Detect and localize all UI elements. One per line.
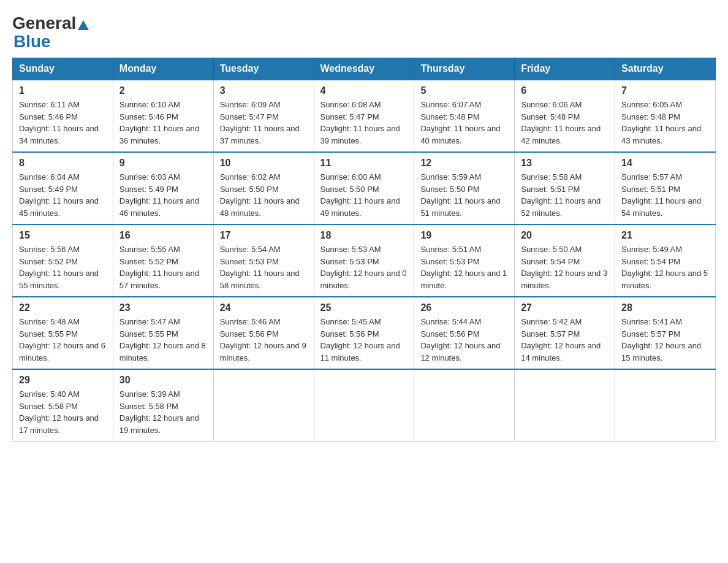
day-number: 12 [420, 158, 508, 169]
day-number: 27 [521, 302, 609, 313]
calendar-cell: 24 Sunrise: 5:46 AMSunset: 5:56 PMDaylig… [213, 297, 314, 369]
day-info: Sunrise: 5:39 AMSunset: 5:58 PMDaylight:… [119, 388, 207, 436]
day-info: Sunrise: 6:02 AMSunset: 5:50 PMDaylight:… [220, 171, 308, 219]
calendar-cell: 28 Sunrise: 5:41 AMSunset: 5:57 PMDaylig… [615, 297, 716, 369]
day-number: 26 [420, 302, 508, 313]
week-row-4: 22 Sunrise: 5:48 AMSunset: 5:55 PMDaylig… [13, 297, 716, 369]
day-info: Sunrise: 5:40 AMSunset: 5:58 PMDaylight:… [19, 388, 107, 436]
day-info: Sunrise: 5:50 AMSunset: 5:54 PMDaylight:… [521, 243, 609, 291]
day-info: Sunrise: 6:03 AMSunset: 5:49 PMDaylight:… [119, 171, 207, 219]
day-info: Sunrise: 5:59 AMSunset: 5:50 PMDaylight:… [420, 171, 508, 219]
day-info: Sunrise: 5:48 AMSunset: 5:55 PMDaylight:… [19, 316, 107, 364]
calendar-cell: 21 Sunrise: 5:49 AMSunset: 5:54 PMDaylig… [615, 224, 716, 297]
day-info: Sunrise: 5:45 AMSunset: 5:56 PMDaylight:… [320, 316, 408, 364]
day-info: Sunrise: 6:06 AMSunset: 5:48 PMDaylight:… [521, 99, 609, 147]
calendar-cell: 6 Sunrise: 6:06 AMSunset: 5:48 PMDayligh… [515, 80, 615, 152]
day-info: Sunrise: 6:08 AMSunset: 5:47 PMDaylight:… [320, 99, 408, 147]
day-number: 21 [621, 230, 709, 241]
calendar-cell: 29 Sunrise: 5:40 AMSunset: 5:58 PMDaylig… [13, 369, 113, 442]
week-row-5: 29 Sunrise: 5:40 AMSunset: 5:58 PMDaylig… [13, 369, 716, 442]
day-number: 3 [220, 85, 308, 96]
calendar-cell: 22 Sunrise: 5:48 AMSunset: 5:55 PMDaylig… [13, 297, 113, 369]
day-number: 10 [220, 158, 308, 169]
calendar-cell: 1 Sunrise: 6:11 AMSunset: 5:46 PMDayligh… [13, 80, 113, 152]
weekday-header-tuesday: Tuesday [213, 58, 314, 80]
day-number: 24 [220, 302, 308, 313]
weekday-header-friday: Friday [515, 58, 615, 80]
calendar-cell: 4 Sunrise: 6:08 AMSunset: 5:47 PMDayligh… [314, 80, 414, 152]
weekday-header-thursday: Thursday [414, 58, 515, 80]
weekday-header-sunday: Sunday [13, 58, 113, 80]
calendar-cell: 9 Sunrise: 6:03 AMSunset: 5:49 PMDayligh… [113, 152, 213, 224]
day-number: 23 [119, 302, 207, 313]
calendar-cell: 8 Sunrise: 6:04 AMSunset: 5:49 PMDayligh… [13, 152, 113, 224]
day-number: 14 [621, 158, 709, 169]
day-number: 19 [420, 230, 508, 241]
week-row-2: 8 Sunrise: 6:04 AMSunset: 5:49 PMDayligh… [13, 152, 716, 224]
calendar-cell: 19 Sunrise: 5:51 AMSunset: 5:53 PMDaylig… [414, 224, 515, 297]
calendar-cell: 18 Sunrise: 5:53 AMSunset: 5:53 PMDaylig… [314, 224, 414, 297]
day-info: Sunrise: 6:10 AMSunset: 5:46 PMDaylight:… [119, 99, 207, 147]
header: General Blue [12, 12, 716, 52]
day-number: 15 [19, 230, 107, 241]
calendar-cell: 14 Sunrise: 5:57 AMSunset: 5:51 PMDaylig… [615, 152, 716, 224]
week-row-3: 15 Sunrise: 5:56 AMSunset: 5:52 PMDaylig… [13, 224, 716, 297]
day-info: Sunrise: 5:56 AMSunset: 5:52 PMDaylight:… [19, 243, 107, 291]
calendar-cell: 13 Sunrise: 5:58 AMSunset: 5:51 PMDaylig… [515, 152, 615, 224]
day-info: Sunrise: 6:07 AMSunset: 5:48 PMDaylight:… [420, 99, 508, 147]
calendar-cell: 30 Sunrise: 5:39 AMSunset: 5:58 PMDaylig… [113, 369, 213, 442]
calendar-cell: 27 Sunrise: 5:42 AMSunset: 5:57 PMDaylig… [515, 297, 615, 369]
calendar-cell: 25 Sunrise: 5:45 AMSunset: 5:56 PMDaylig… [314, 297, 414, 369]
day-number: 16 [119, 230, 207, 241]
calendar-body: 1 Sunrise: 6:11 AMSunset: 5:46 PMDayligh… [13, 80, 716, 442]
day-info: Sunrise: 5:49 AMSunset: 5:54 PMDaylight:… [621, 243, 709, 291]
day-info: Sunrise: 5:54 AMSunset: 5:53 PMDaylight:… [220, 243, 308, 291]
day-info: Sunrise: 5:51 AMSunset: 5:53 PMDaylight:… [420, 243, 508, 291]
calendar-cell: 15 Sunrise: 5:56 AMSunset: 5:52 PMDaylig… [13, 224, 113, 297]
day-info: Sunrise: 5:46 AMSunset: 5:56 PMDaylight:… [220, 316, 308, 364]
calendar-cell: 17 Sunrise: 5:54 AMSunset: 5:53 PMDaylig… [213, 224, 314, 297]
calendar-cell: 20 Sunrise: 5:50 AMSunset: 5:54 PMDaylig… [515, 224, 615, 297]
week-row-1: 1 Sunrise: 6:11 AMSunset: 5:46 PMDayligh… [13, 80, 716, 152]
weekday-header-row: SundayMondayTuesdayWednesdayThursdayFrid… [13, 58, 716, 80]
calendar-cell [615, 369, 716, 442]
day-number: 20 [521, 230, 609, 241]
day-info: Sunrise: 5:57 AMSunset: 5:51 PMDaylight:… [621, 171, 709, 219]
day-number: 1 [19, 85, 107, 96]
calendar-cell: 26 Sunrise: 5:44 AMSunset: 5:56 PMDaylig… [414, 297, 515, 369]
calendar-cell: 3 Sunrise: 6:09 AMSunset: 5:47 PMDayligh… [213, 80, 314, 152]
weekday-header-wednesday: Wednesday [314, 58, 414, 80]
day-number: 8 [19, 158, 107, 169]
logo-general-text: General [12, 13, 76, 33]
day-number: 13 [521, 158, 609, 169]
day-info: Sunrise: 5:58 AMSunset: 5:51 PMDaylight:… [521, 171, 609, 219]
day-number: 5 [420, 85, 508, 96]
calendar-cell: 11 Sunrise: 6:00 AMSunset: 5:50 PMDaylig… [314, 152, 414, 224]
day-number: 18 [320, 230, 408, 241]
day-number: 9 [119, 158, 207, 169]
day-number: 22 [19, 302, 107, 313]
day-info: Sunrise: 6:11 AMSunset: 5:46 PMDaylight:… [19, 99, 107, 147]
day-number: 6 [521, 85, 609, 96]
logo-triangle-icon [78, 15, 89, 34]
day-number: 25 [320, 302, 408, 313]
day-info: Sunrise: 6:04 AMSunset: 5:49 PMDaylight:… [19, 171, 107, 219]
day-number: 28 [621, 302, 709, 313]
logo: General Blue [12, 12, 89, 52]
day-info: Sunrise: 6:05 AMSunset: 5:48 PMDaylight:… [621, 99, 709, 147]
calendar-cell: 12 Sunrise: 5:59 AMSunset: 5:50 PMDaylig… [414, 152, 515, 224]
day-info: Sunrise: 5:41 AMSunset: 5:57 PMDaylight:… [621, 316, 709, 364]
calendar-cell [515, 369, 615, 442]
calendar-cell: 5 Sunrise: 6:07 AMSunset: 5:48 PMDayligh… [414, 80, 515, 152]
calendar-cell: 2 Sunrise: 6:10 AMSunset: 5:46 PMDayligh… [113, 80, 213, 152]
calendar-cell: 16 Sunrise: 5:55 AMSunset: 5:52 PMDaylig… [113, 224, 213, 297]
day-number: 30 [119, 375, 207, 386]
calendar-cell [213, 369, 314, 442]
day-number: 2 [119, 85, 207, 96]
calendar-cell: 23 Sunrise: 5:47 AMSunset: 5:55 PMDaylig… [113, 297, 213, 369]
weekday-header-monday: Monday [113, 58, 213, 80]
day-number: 7 [621, 85, 709, 96]
day-number: 17 [220, 230, 308, 241]
calendar-cell [314, 369, 414, 442]
day-info: Sunrise: 5:55 AMSunset: 5:52 PMDaylight:… [119, 243, 207, 291]
